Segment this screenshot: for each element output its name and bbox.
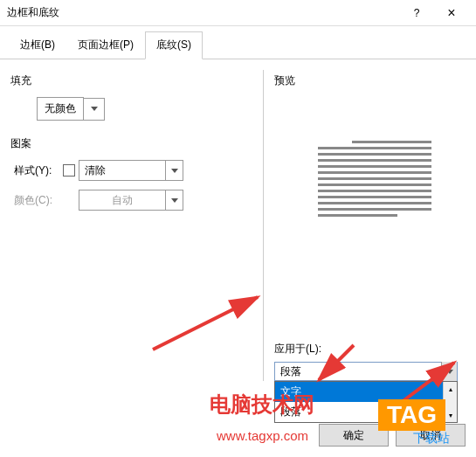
pattern-color-combo-arrow[interactable]: [166, 190, 183, 211]
tab-shading[interactable]: 底纹(S): [145, 31, 203, 59]
titlebar: 边框和底纹 ? ×: [0, 0, 476, 26]
style-label: 样式(Y):: [14, 163, 63, 178]
chevron-down-icon: [91, 107, 98, 111]
watermark-site-url: www.tagxp.com: [217, 428, 308, 443]
style-row: 样式(Y): 清除: [14, 160, 252, 181]
chevron-down-icon: [446, 370, 453, 374]
color-row: 颜色(C): 自动: [14, 190, 252, 211]
dropdown-option-paragraph[interactable]: 段落: [275, 402, 457, 422]
preview-line: [318, 165, 431, 168]
preview-line: [318, 177, 431, 180]
close-button[interactable]: ×: [434, 0, 469, 26]
preview-line: [318, 153, 431, 156]
tab-borders[interactable]: 边框(B): [9, 31, 66, 59]
preview-label: 预览: [274, 73, 466, 88]
right-panel: 预览 应用于(L): 段落: [264, 70, 466, 381]
fill-section-label: 填充: [10, 73, 252, 88]
apply-section: 应用于(L): 段落 文字 段落 ▴ ▾: [274, 342, 466, 381]
chevron-down-icon: [171, 169, 178, 173]
apply-to-combo[interactable]: 段落: [274, 362, 458, 381]
dialog-title: 边框和底纹: [7, 5, 399, 20]
preview-line: [352, 141, 431, 143]
preview-line: [318, 196, 431, 198]
preview-line: [318, 183, 431, 186]
left-panel: 填充 无颜色 图案 样式(Y): 清除 颜色(C): 自动: [10, 70, 264, 381]
fill-color-dropdown[interactable]: [84, 98, 105, 121]
cancel-button[interactable]: 取消: [396, 424, 466, 447]
tab-bar: 边框(B) 页面边框(P) 底纹(S): [0, 26, 476, 59]
style-value: 清除: [85, 163, 106, 178]
tab-page-border[interactable]: 页面边框(P): [66, 31, 145, 59]
fill-color-value: 无颜色: [45, 101, 76, 116]
dropdown-scrollbar[interactable]: ▴ ▾: [443, 382, 457, 422]
preview-box: [318, 141, 431, 217]
fill-color-button[interactable]: 无颜色: [37, 97, 84, 121]
pattern-color-combo[interactable]: 自动: [79, 190, 166, 211]
dialog-buttons: 确定 取消: [319, 424, 466, 447]
help-button[interactable]: ?: [399, 0, 434, 26]
preview-line: [318, 208, 431, 211]
chevron-down-icon: [171, 198, 178, 203]
apply-to-combo-arrow[interactable]: [441, 362, 457, 381]
preview-line: [318, 202, 431, 204]
apply-to-value: 段落: [275, 364, 441, 379]
scroll-down-icon[interactable]: ▾: [444, 408, 457, 422]
preview-line: [318, 171, 431, 174]
apply-to-dropdown-list: 文字 段落 ▴ ▾: [274, 381, 458, 423]
pattern-color-value: 自动: [85, 193, 160, 208]
pattern-color-label: 颜色(C):: [14, 193, 63, 208]
content-area: 填充 无颜色 图案 样式(Y): 清除 颜色(C): 自动: [0, 59, 476, 391]
ok-button[interactable]: 确定: [319, 424, 389, 447]
apply-to-label: 应用于(L):: [274, 342, 466, 357]
style-checkbox[interactable]: [63, 164, 75, 177]
dropdown-option-text[interactable]: 文字: [275, 382, 457, 402]
style-combo-arrow[interactable]: [166, 160, 183, 181]
preview-line: [318, 159, 431, 162]
pattern-section-label: 图案: [10, 136, 252, 151]
preview-line: [318, 190, 431, 192]
fill-color-row: 无颜色: [37, 97, 252, 121]
preview-line: [318, 147, 431, 149]
scroll-up-icon[interactable]: ▴: [444, 382, 457, 396]
style-combo[interactable]: 清除: [79, 160, 166, 181]
preview-line: [318, 214, 397, 217]
